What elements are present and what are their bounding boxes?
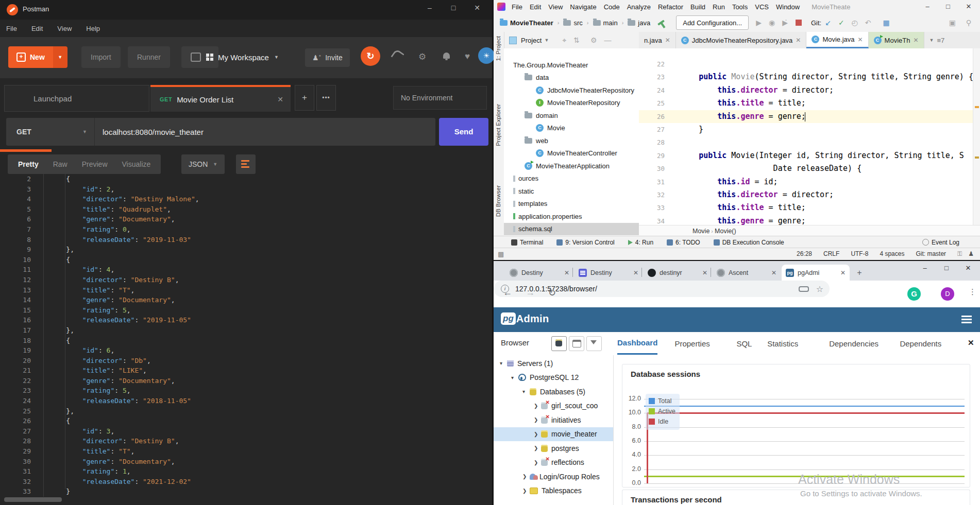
breadcrumb-src[interactable]: src [573,19,582,27]
new-dropdown-caret[interactable]: ▼ [53,46,67,68]
tree-item-movie_theater[interactable]: ❯movie_theater [494,427,613,442]
close-tab-icon[interactable]: ✕ [858,36,863,43]
tree-expander-icon[interactable]: ❯ [522,488,530,494]
breadcrumb-java[interactable]: java [638,19,650,27]
tree-item-girl_scout_coo[interactable]: ❯✕girl_scout_coo [494,399,613,413]
stop-icon[interactable] [796,20,802,26]
editor-tab-JdbcMovieTheaterRepository.java[interactable]: CJdbcMovieTheaterRepository.java✕ [676,32,807,48]
chrome-minimize-button[interactable]: – [914,261,936,275]
pgadmin-tab-dashboard[interactable]: Dashboard [617,332,657,355]
response-view-pretty[interactable]: Pretty [11,160,46,168]
reload-icon[interactable]: ↻ [548,287,556,299]
tree-expander-icon[interactable]: ❯ [522,474,530,479]
add-configuration-button[interactable]: Add Configuration... [676,15,749,30]
indent-setting[interactable]: 4 spaces [880,250,904,257]
close-tab-icon[interactable]: ✕ [796,37,801,44]
project-tree-item-domain[interactable]: domain [504,109,639,122]
response-view-preview[interactable]: Preview [75,160,115,168]
tree-item-reflections[interactable]: ❯✕reflections [494,456,613,470]
tool-stripe-DB Browser[interactable]: DB Browser [495,185,501,217]
wrap-text-button[interactable] [236,154,256,174]
toolwindow-4: Run[interactable]: 4: Run [628,239,653,246]
settings-gear-icon[interactable]: ⚙ [590,36,597,44]
toolwindow-6: TODO[interactable]: 6: TODO [667,239,700,246]
line-separator[interactable]: CRLF [823,250,839,257]
tree-expander-icon[interactable]: ▾ [522,389,530,394]
close-tab-icon[interactable]: ✕ [702,269,707,276]
tool-stripe-1: Project[interactable]: 1: Project [495,36,501,61]
bookmark-star-icon[interactable]: ☆ [816,284,823,294]
response-view-visualize[interactable]: Visualize [115,160,158,168]
project-tree-item-static[interactable]: static [504,185,639,198]
send-button[interactable]: Send [439,118,488,146]
browser-tab-Destiny[interactable]: Destiny✕ [575,265,643,281]
debug-icon[interactable]: ◉ [769,19,775,27]
breadcrumb-MovieTheater[interactable]: MovieTheater [510,19,553,27]
intellij-minimize-button[interactable]: – [917,0,938,13]
tree-expander-icon[interactable]: ❯ [534,403,541,409]
editor-tab-Movie.java[interactable]: CMovie.java✕ [806,32,868,48]
intellij-maximize-button[interactable]: □ [938,0,958,13]
project-tree-item-templates[interactable]: templates [504,198,639,211]
back-icon[interactable]: ← [503,287,512,298]
chrome-new-tab-button[interactable]: + [853,266,866,280]
build-hammer-icon[interactable] [657,22,665,24]
tree-expander-icon[interactable]: ❯ [534,431,541,437]
run-with-coverage-icon[interactable]: ▶̇ [782,19,788,27]
heart-icon[interactable]: ♥ [465,51,470,62]
close-tab-icon[interactable]: ✕ [564,269,569,276]
menu-view[interactable]: View [57,25,72,32]
toolwindow-9: Version Control[interactable]: 9: Version Control [556,239,614,246]
git-commit-icon[interactable]: ✓ [838,19,844,27]
tree-item-Databases (5)[interactable]: ▾Databases (5) [494,385,613,399]
history-icon[interactable]: ◴ [852,19,858,27]
address-bar[interactable]: i 127.0.0.1:57238/browser/ ☆ [494,281,830,297]
ij-menu-run[interactable]: Run [713,3,725,11]
pgadmin-tab-properties[interactable]: Properties [674,332,709,355]
close-tab-icon[interactable]: ✕ [277,95,283,103]
ij-menu-code[interactable]: Code [604,3,620,11]
chrome-profile-avatar[interactable]: D [941,287,954,301]
hide-panel-icon[interactable]: — [604,36,612,44]
url-input[interactable]: localhost:8080/movie_theater [95,118,435,146]
runner-button[interactable]: Runner [128,46,170,68]
statusbar-layout-icon[interactable]: ▩ [498,250,504,258]
pgadmin-tab-dependents[interactable]: Dependents [900,332,941,355]
response-view-raw[interactable]: Raw [46,160,75,168]
password-key-icon[interactable] [799,286,809,292]
object-menu-button[interactable] [551,336,567,351]
tree-expander-icon[interactable]: ❯ [534,445,541,451]
avatar[interactable]: ☀ [478,47,495,64]
toolwindow-DB Execution Console[interactable]: DB Execution Console [714,239,784,246]
satellite-icon[interactable] [393,50,402,60]
response-format-select[interactable]: JSON▼ [181,154,225,174]
intellij-close-button[interactable]: ✕ [958,0,979,13]
project-panel-title[interactable]: Project [521,37,542,44]
tree-expander-icon[interactable]: ❯ [534,417,541,423]
chrome-maximize-button[interactable]: □ [936,261,957,275]
pgadmin-tab-dependencies[interactable]: Dependencies [829,332,878,355]
locate-icon[interactable]: ⌖ [562,36,566,45]
editor-tab-MovieTh[interactable]: CMovieTh✕ [869,32,924,48]
sync-status-icon[interactable]: ↻ [361,46,380,66]
project-tree-item-MovieTheaterApplication[interactable]: CMovieTheaterApplication [504,160,639,172]
close-tab-icon[interactable]: ✕ [913,37,918,44]
ij-menu-vcs[interactable]: VCS [755,3,769,11]
pgadmin-tab-statistics[interactable]: Statistics [767,332,798,355]
run-icon[interactable]: ▶ [756,19,762,27]
pgadmin-tab-sql[interactable]: SQL [736,332,752,355]
workspace-selector[interactable]: My Workspace ▼ [206,46,279,68]
browser-tab-destinyr[interactable]: destinyr✕ [644,265,712,281]
invite-button[interactable]: ♟+ Invite [305,48,350,67]
project-tree-item-MovieTheaterRepository[interactable]: IMovieTheaterRepository [504,97,639,110]
ij-menu-view[interactable]: View [548,3,563,11]
breadcrumb-class[interactable]: Movie [692,228,709,235]
ij-menu-navigate[interactable]: Navigate [570,3,596,11]
chrome-close-button[interactable]: ✕ [957,261,979,275]
view-data-button[interactable] [569,336,584,351]
postman-maximize-button[interactable]: □ [442,0,465,15]
breadcrumb-main[interactable]: main [603,19,618,27]
menu-help[interactable]: Help [86,25,100,32]
tree-expander-icon[interactable]: ❯ [534,460,541,465]
file-encoding[interactable]: UTF-8 [851,250,868,257]
